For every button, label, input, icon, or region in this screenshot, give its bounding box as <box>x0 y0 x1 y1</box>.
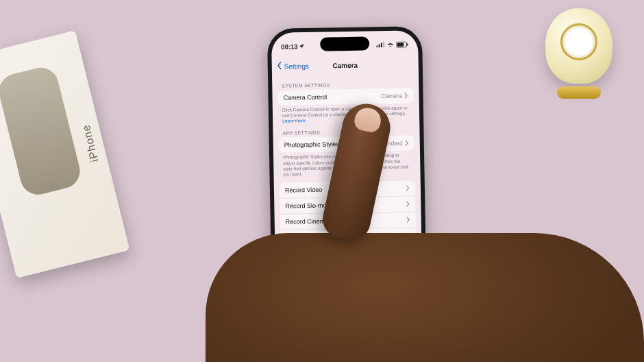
learn-more-link[interactable]: Learn more. <box>282 118 306 123</box>
chevron-right-icon <box>406 248 410 254</box>
status-time: 08:13 <box>281 43 298 50</box>
page-title: Camera <box>332 61 358 69</box>
wifi-icon <box>386 42 394 47</box>
record-sound-row[interactable]: Record Sound <box>280 228 416 245</box>
row-value: Camera <box>381 93 401 100</box>
row-label: Record Cinematic <box>286 217 335 225</box>
chevron-right-icon <box>407 263 411 270</box>
chevron-right-icon <box>404 92 408 99</box>
screen: 08:13 Se <box>271 30 423 354</box>
back-button[interactable]: Settings <box>276 61 309 71</box>
chevron-right-icon <box>406 216 410 223</box>
record-slomo-row[interactable]: Record Slo-mo <box>280 196 415 214</box>
chevron-right-icon <box>406 184 410 191</box>
camera-control-footer: Click Camera Control to open a camera ap… <box>278 103 414 124</box>
svg-rect-2 <box>381 43 382 47</box>
scan-qr-codes-row[interactable]: Scan QR Codes <box>282 291 417 309</box>
row-label: Show Detected Text <box>287 312 342 319</box>
nav-bar: Settings Camera <box>272 53 419 77</box>
chevron-right-icon <box>406 232 410 239</box>
iphone-box-prop: iPhone <box>0 30 129 278</box>
row-label: Record Video <box>285 186 323 194</box>
iphone-box-label: iPhone <box>80 123 101 164</box>
chevron-left-icon <box>276 62 283 71</box>
row-label: Record Slo-mo <box>285 202 326 209</box>
row-label: Formats <box>286 250 308 257</box>
back-label: Settings <box>284 62 309 70</box>
row-label: Record Sound <box>286 233 325 241</box>
iphone-device: 08:13 Se <box>267 26 428 358</box>
svg-rect-5 <box>397 43 404 47</box>
dynamic-island <box>320 36 369 51</box>
chevron-right-icon <box>406 200 410 207</box>
row-label: Scan QR Codes <box>287 296 332 304</box>
show-detected-text-row[interactable]: Show Detected Text <box>282 306 417 324</box>
location-icon <box>299 43 305 49</box>
formats-row[interactable]: Formats <box>280 243 416 261</box>
clock-prop <box>541 0 617 99</box>
svg-rect-1 <box>379 44 380 47</box>
battery-icon <box>396 41 408 47</box>
svg-rect-0 <box>376 46 377 48</box>
settings-list: Record Video Record Slo-mo Record Cinema… <box>280 180 418 324</box>
volume-up-burst-row[interactable]: Use Volume Up for Burst <box>281 275 417 293</box>
svg-rect-3 <box>383 42 384 47</box>
cellular-icon <box>376 42 384 47</box>
svg-rect-6 <box>407 43 408 45</box>
record-cinematic-row[interactable]: Record Cinematic <box>280 212 416 230</box>
chevron-right-icon <box>405 140 409 147</box>
preserve-settings-row[interactable]: Preserve Settings <box>281 259 417 277</box>
row-label: Preserve Settings <box>286 265 335 272</box>
row-label: Camera Control <box>284 94 327 101</box>
record-video-row[interactable]: Record Video <box>280 180 415 198</box>
row-value: Standard <box>379 140 403 147</box>
photo-styles-footer: Photographic Styles use advanced scene u… <box>279 151 415 178</box>
row-label: Use Volume Up for Burst <box>286 280 354 289</box>
row-label: Photographic Styles <box>284 141 339 149</box>
